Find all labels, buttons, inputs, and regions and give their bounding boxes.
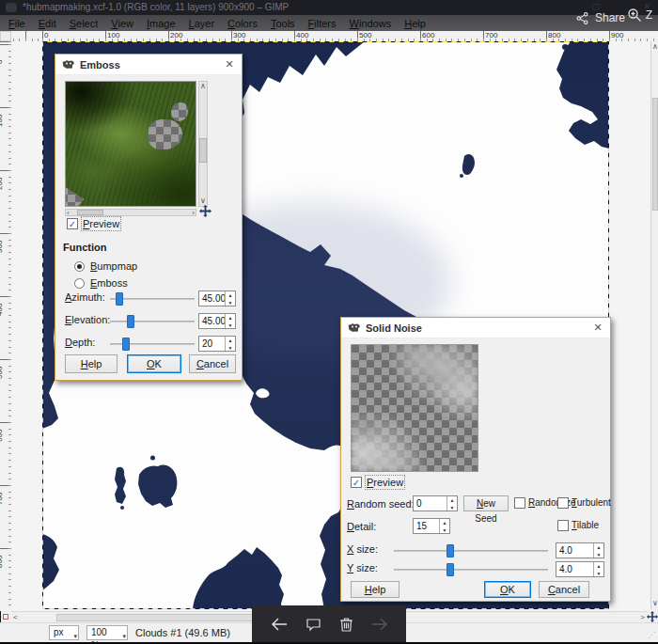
elevation-slider-thumb[interactable] xyxy=(127,315,134,328)
random-seed-spinbox[interactable]: 0 ▲▼ xyxy=(413,495,458,511)
x-size-spinbox[interactable]: 4.0 ▲▼ xyxy=(556,542,604,558)
elevation-spinbox[interactable]: 45.00 ▲▼ xyxy=(198,313,236,329)
ruler-label: 100 xyxy=(0,115,4,127)
depth-label: Depth: xyxy=(65,337,95,348)
scroll-right-icon[interactable]: › xyxy=(192,209,195,218)
bumpmap-radio[interactable] xyxy=(74,261,85,272)
ruler-label: 0 xyxy=(0,60,4,64)
elevation-slider[interactable] xyxy=(110,321,195,322)
bumpmap-label[interactable]: Bumpmap xyxy=(90,260,137,272)
x-size-value: 4.0 xyxy=(559,544,572,558)
y-size-slider-thumb[interactable] xyxy=(446,563,454,576)
scroll-left-icon[interactable]: < xyxy=(13,613,18,622)
zoom-select[interactable]: 100 % ▾ xyxy=(86,625,128,640)
menu-item[interactable]: Filters xyxy=(302,15,343,31)
share-button[interactable]: Share xyxy=(575,8,625,28)
ruler-label: 400 xyxy=(296,31,308,39)
scroll-up-icon[interactable]: ∧ xyxy=(200,82,206,91)
window-title: *hubmapmaking.xcf-1.0 (RGB color, 11 lay… xyxy=(23,2,289,12)
zoom-button[interactable]: Z xyxy=(627,8,652,23)
ruler-corner-button[interactable] xyxy=(0,31,11,41)
spin-arrows-icon[interactable]: ▲▼ xyxy=(225,337,235,351)
menu-item[interactable]: Colors xyxy=(221,15,264,31)
noise-preview-checkbox[interactable]: ✓ xyxy=(351,477,362,488)
scroll-down-icon[interactable]: ∨ xyxy=(652,599,658,608)
menu-item[interactable]: Help xyxy=(398,15,432,31)
cancel-button[interactable]: Cancel xyxy=(539,581,589,598)
screenshot-root: *hubmapmaking.xcf-1.0 (RGB color, 11 lay… xyxy=(0,0,658,644)
emboss-preview-label[interactable]: Preview xyxy=(83,218,119,229)
menu-item[interactable]: Edit xyxy=(32,15,63,31)
canvas-pan-button[interactable] xyxy=(647,609,658,622)
ok-button[interactable]: OK xyxy=(127,354,181,373)
spin-arrows-icon[interactable]: ▲▼ xyxy=(593,543,603,558)
vertical-scroll-thumb[interactable] xyxy=(652,98,658,211)
turbulent-checkbox[interactable] xyxy=(557,497,569,509)
spin-arrows-icon[interactable]: ▲▼ xyxy=(225,314,235,328)
azimuth-spinbox[interactable]: 45.00 ▲▼ xyxy=(198,291,236,306)
ok-button[interactable]: OK xyxy=(484,581,531,598)
spin-arrows-icon[interactable]: ▲▼ xyxy=(225,291,235,306)
gimp-wilber-icon xyxy=(62,59,75,71)
scroll-right-icon[interactable]: > xyxy=(640,613,645,622)
scroll-up-icon[interactable]: ∧ xyxy=(652,42,658,52)
delete-trash-icon[interactable] xyxy=(339,617,353,632)
quickmask-toggle[interactable] xyxy=(1,611,11,622)
noise-preview-label[interactable]: Preview xyxy=(367,477,403,488)
help-button[interactable]: Help xyxy=(351,581,400,598)
turbulent-label[interactable]: Turbulent xyxy=(572,497,611,508)
comment-icon[interactable] xyxy=(306,617,321,632)
scroll-left-icon[interactable]: ‹ xyxy=(67,209,70,218)
spin-arrows-icon[interactable]: ▲▼ xyxy=(593,562,603,576)
cancel-button[interactable]: Cancel xyxy=(189,354,236,373)
randomize-checkbox[interactable] xyxy=(514,497,525,509)
menu-item[interactable]: Image xyxy=(140,15,182,31)
tilable-label[interactable]: Tilable xyxy=(572,520,599,530)
x-size-slider-thumb[interactable] xyxy=(446,544,454,558)
depth-spinbox[interactable]: 20 ▲▼ xyxy=(198,336,236,352)
emboss-preview-checkbox[interactable]: ✓ xyxy=(67,218,78,229)
random-seed-value: 0 xyxy=(416,497,422,510)
ruler-label: 700 xyxy=(485,31,497,39)
close-icon[interactable]: ✕ xyxy=(223,57,236,71)
emboss-radio[interactable] xyxy=(74,278,85,289)
ruler-horizontal: 0100200300400500600700800900 xyxy=(11,31,658,41)
y-size-slider[interactable] xyxy=(394,569,548,571)
ruler-label: 800 xyxy=(548,31,560,39)
spin-arrows-icon[interactable]: ▲▼ xyxy=(446,496,457,510)
preview-vscrollbar[interactable]: ∧ ∨ xyxy=(198,81,208,207)
menu-item[interactable]: File xyxy=(2,15,32,31)
detail-spinbox[interactable]: 15 ▲▼ xyxy=(413,518,450,534)
help-button[interactable]: Help xyxy=(65,354,118,373)
close-icon[interactable]: ✕ xyxy=(591,321,604,334)
preview-pan-icon[interactable] xyxy=(199,205,212,217)
chevron-down-icon: ▾ xyxy=(73,630,77,643)
menu-item[interactable]: Windows xyxy=(343,15,399,31)
preview-hscroll-thumb[interactable] xyxy=(77,210,103,215)
menu-item[interactable]: Select xyxy=(63,15,105,31)
y-size-spinbox[interactable]: 4.0 ▲▼ xyxy=(556,561,604,577)
gimp-titlebar: *hubmapmaking.xcf-1.0 (RGB color, 11 lay… xyxy=(0,0,658,15)
menu-item[interactable]: Layer xyxy=(182,15,222,31)
resize-grip[interactable]: ⋰ xyxy=(648,631,656,639)
ruler-label: 600 xyxy=(0,430,4,442)
vertical-scrollbar[interactable]: ∧ ∨ xyxy=(650,41,658,609)
menu-item[interactable]: Tools xyxy=(264,15,302,31)
gimp-wilber-icon xyxy=(348,322,361,334)
emboss-option-label[interactable]: Emboss xyxy=(90,277,128,289)
azimuth-slider-thumb[interactable] xyxy=(116,292,123,306)
forward-arrow-icon[interactable] xyxy=(371,617,388,632)
emboss-titlebar[interactable]: Emboss ✕ xyxy=(55,55,242,75)
randomize-label[interactable]: Randomize xyxy=(528,497,576,508)
tilable-checkbox[interactable] xyxy=(557,520,569,531)
back-arrow-icon[interactable] xyxy=(271,617,288,632)
preview-hscrollbar[interactable]: ‹ › xyxy=(65,209,196,216)
depth-slider-thumb[interactable] xyxy=(122,338,130,351)
new-seed-button[interactable]: New Seed xyxy=(463,495,509,511)
solid-noise-titlebar[interactable]: Solid Noise ✕ xyxy=(341,318,610,338)
preview-vscroll-thumb[interactable] xyxy=(199,138,207,163)
spin-arrows-icon[interactable]: ▲▼ xyxy=(439,519,449,533)
x-size-slider[interactable] xyxy=(394,550,548,552)
unit-select[interactable]: px ▾ xyxy=(49,625,79,640)
menu-item[interactable]: View xyxy=(104,15,140,31)
